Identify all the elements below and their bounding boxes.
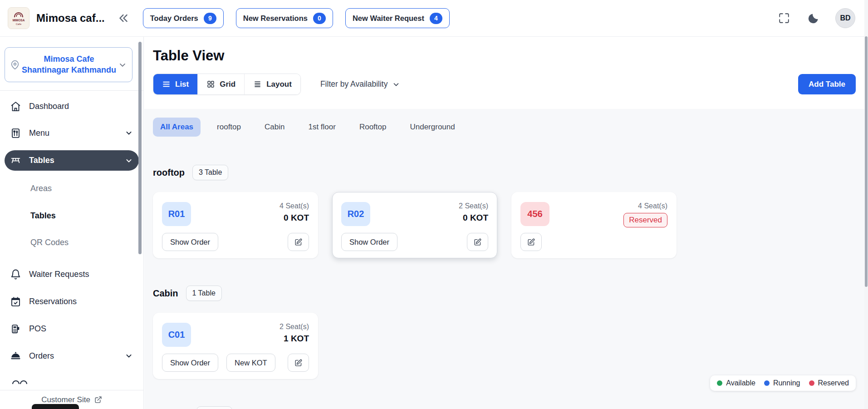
sidebar-item-label: POS: [29, 324, 46, 334]
view-tab-label: List: [175, 80, 189, 89]
sidebar: Mimosa Cafe Shantinagar Kathmandu Dashbo…: [0, 36, 144, 409]
menu-book-icon: [10, 128, 21, 139]
status-dot: [809, 380, 814, 386]
area-tab-underground[interactable]: Underground: [402, 118, 462, 137]
area-tab-cabin[interactable]: Cabin: [257, 118, 292, 137]
view-tab-grid[interactable]: Grid: [198, 74, 245, 94]
quick-button-new-waiter-request[interactable]: New Waiter Request4: [345, 8, 450, 28]
topbar: MIMOSA Cafe Mimosa caf... Today Orders9N…: [0, 0, 868, 37]
sidebar-subitem-tables[interactable]: Tables: [5, 211, 139, 221]
sidebar-item-tables[interactable]: Tables: [5, 150, 139, 171]
sidebar-item-orders[interactable]: Orders: [5, 347, 139, 365]
legend-item-reserved: Reserved: [809, 379, 849, 387]
double-chevron-left-icon: [118, 12, 129, 24]
svg-text:MIMOSA: MIMOSA: [13, 19, 25, 22]
card-meta: 4 Seat(s)Reserved: [623, 202, 667, 227]
sidebar-item-label: Menu: [29, 128, 49, 138]
moon-icon: [807, 12, 819, 25]
kot-count: 1 KOT: [284, 334, 309, 344]
customer-site-link[interactable]: Customer Site: [41, 395, 90, 404]
page-scrollbar[interactable]: [864, 0, 868, 409]
view-tab-layout[interactable]: Layout: [245, 74, 300, 94]
bell-icon: [10, 269, 21, 280]
store-name: Mimosa Cafe Shantinagar Kathmandu: [22, 54, 116, 76]
seat-count: 4 Seat(s): [638, 202, 667, 210]
sidebar-nav: DashboardMenuTablesAreasTablesQR CodesWa…: [5, 97, 139, 365]
show-order-button[interactable]: Show Order: [162, 233, 218, 251]
table-card-456: 4564 Seat(s)Reserved: [511, 192, 677, 258]
dark-mode-toggle[interactable]: [806, 11, 820, 25]
table-code-badge: C01: [162, 323, 191, 347]
home-icon: [10, 101, 21, 112]
edit-table-button[interactable]: [288, 354, 309, 372]
edit-icon: [294, 238, 303, 246]
area-tab-1st-floor[interactable]: 1st floor: [301, 118, 343, 137]
sidebar-item-pos[interactable]: POS: [5, 320, 139, 338]
section-name: Cabin: [153, 288, 178, 299]
area-tab-rooftop[interactable]: Rooftop: [352, 118, 394, 137]
sidebar-scrollbar[interactable]: [138, 42, 142, 254]
sidebar-item-menu[interactable]: Menu: [5, 124, 139, 142]
area-tabs: All AreasrooftopCabin1st floorRooftopUnd…: [153, 118, 856, 137]
list-icon: [162, 80, 171, 89]
kot-count: 0 KOT: [284, 213, 309, 223]
seat-count: 2 Seat(s): [280, 323, 309, 331]
new-kot-button[interactable]: New KOT: [226, 354, 275, 372]
sidebar-scroll: Mimosa Cafe Shantinagar Kathmandu Dashbo…: [0, 36, 143, 390]
external-link-icon: [94, 396, 102, 404]
quick-button-today-orders[interactable]: Today Orders9: [143, 8, 224, 28]
cards-row: C012 Seat(s)1 KOTShow OrderNew KOT: [153, 313, 856, 379]
edit-table-button[interactable]: [288, 233, 309, 251]
sidebar-subitem-areas[interactable]: Areas: [5, 183, 139, 193]
table-code-badge: R01: [162, 202, 191, 226]
sidebar-divider: [0, 90, 143, 91]
show-order-button[interactable]: Show Order: [341, 233, 397, 251]
card-actions: Show Order: [341, 233, 488, 251]
count-badge: 0: [313, 13, 326, 24]
edit-table-button[interactable]: [520, 233, 542, 251]
quick-button-label: New Reservations: [243, 14, 308, 23]
show-order-button[interactable]: Show Order: [162, 354, 218, 372]
store-name-line2: Shantinagar Kathmandu: [22, 65, 116, 74]
filter-availability-dropdown[interactable]: Filter by Availability: [318, 79, 403, 89]
sidebar-item-reservations[interactable]: Reservations: [5, 292, 139, 310]
area-tab-all-areas[interactable]: All Areas: [153, 118, 201, 137]
fullscreen-button[interactable]: [777, 11, 791, 25]
topbar-right: BD: [777, 8, 855, 28]
filter-label: Filter by Availability: [320, 79, 388, 89]
sidebar-subitem-qr-codes[interactable]: QR Codes: [5, 237, 139, 247]
quick-button-label: New Waiter Request: [353, 14, 424, 23]
add-table-button[interactable]: Add Table: [798, 74, 856, 94]
table-code-badge: R02: [341, 202, 370, 226]
layout-rows-icon: [253, 80, 262, 89]
store-selector[interactable]: Mimosa Cafe Shantinagar Kathmandu: [5, 47, 132, 82]
page-title: Table View: [153, 47, 856, 64]
sidebar-collapse-button[interactable]: [116, 10, 131, 26]
sidebar-item-waiter-requests[interactable]: Waiter Requests: [5, 265, 139, 283]
edit-table-button[interactable]: [467, 233, 488, 251]
user-avatar[interactable]: BD: [835, 8, 855, 28]
seat-count: 2 Seat(s): [459, 202, 488, 210]
table-card-r02: R022 Seat(s)0 KOTShow Order: [332, 192, 497, 258]
section-header-cabin: Cabin1 Table: [153, 286, 856, 301]
chevron-down-icon: [392, 80, 400, 89]
card-actions: Show OrderNew KOT: [162, 354, 309, 372]
page-scrollbar-thumb[interactable]: [865, 36, 868, 287]
sidebar-item-dashboard[interactable]: Dashboard: [5, 97, 139, 115]
card-actions: [520, 233, 667, 251]
quick-buttons: Today Orders9New Reservations0New Waiter…: [143, 8, 450, 28]
controls-row: ListGridLayout Filter by Availability Ad…: [153, 74, 856, 95]
count-badge: 9: [204, 13, 216, 24]
card-meta: 2 Seat(s)0 KOT: [459, 202, 488, 223]
card-top: C012 Seat(s)1 KOT: [162, 323, 309, 347]
table-card-c01: C012 Seat(s)1 KOTShow OrderNew KOT: [153, 313, 318, 379]
view-tab-list[interactable]: List: [153, 74, 198, 94]
status-dot: [764, 380, 770, 386]
cloche-icon: [10, 350, 21, 362]
area-tab-rooftop[interactable]: rooftop: [210, 118, 248, 137]
section-table-count: 2 Table: [196, 406, 232, 409]
chevron-down-icon: [118, 60, 127, 69]
quick-button-new-reservations[interactable]: New Reservations0: [236, 8, 333, 28]
toast-stub: [32, 404, 79, 409]
section-table-count: 1 Table: [186, 286, 222, 301]
